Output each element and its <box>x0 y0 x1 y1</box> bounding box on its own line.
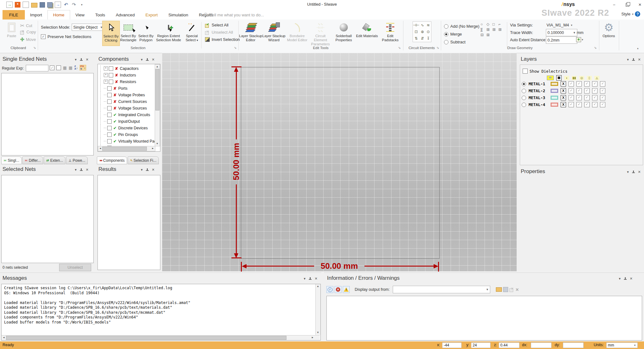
components-hscrollbar[interactable]: ◄ ► <box>98 146 155 151</box>
component-checkbox[interactable] <box>107 126 112 130</box>
pad-add-tool-icon[interactable]: ⊞ <box>486 33 492 37</box>
component-item-pin-groups[interactable]: ✔Pin Groups <box>98 131 160 138</box>
tab-simulation[interactable]: Simulation <box>163 10 193 20</box>
pin-icon[interactable] <box>146 58 149 62</box>
via-group-tool-icon[interactable]: ⊞ <box>498 27 504 32</box>
show-info-toggle[interactable]: i <box>326 286 333 293</box>
edit-padstacks-button[interactable]: Edit Padstacks <box>379 21 402 46</box>
layer-option-checkbox[interactable]: ✓ <box>600 102 605 107</box>
component-checkbox[interactable] <box>107 99 112 104</box>
import-design-icon[interactable]: → <box>6 2 13 8</box>
panel-menu-icon[interactable]: ▾ <box>627 58 629 62</box>
layer-color-swatch[interactable] <box>551 103 558 107</box>
pin-icon[interactable] <box>80 168 83 172</box>
unselect-all-button[interactable]: Unselect All <box>205 30 233 35</box>
invert-selection-button[interactable]: Invert Selection <box>205 37 240 42</box>
close-icon[interactable]: ✕ <box>152 58 155 62</box>
sparameter-icon[interactable]: ⊡ <box>414 30 418 34</box>
layer-option-checkbox[interactable]: ✓ <box>600 88 605 93</box>
undo-icon[interactable]: ↶ <box>63 2 69 8</box>
layer-option-checkbox[interactable]: ✓ <box>569 95 574 100</box>
layer-row-metal-4[interactable]: METAL-4X✓✓✓✓✓ <box>522 102 605 107</box>
polygon-tool-icon[interactable]: ◇ <box>486 22 492 26</box>
regex-input[interactable] <box>26 65 48 71</box>
component-checkbox[interactable] <box>107 132 112 137</box>
style-selector[interactable]: Style ▾ ? <box>621 11 640 17</box>
inductor-icon[interactable]: ∿ <box>421 23 424 27</box>
results-list[interactable] <box>97 175 160 270</box>
options-button[interactable]: ⚙ Options <box>600 21 618 45</box>
layer-color-swatch[interactable] <box>551 82 558 86</box>
component-checkbox[interactable] <box>107 113 112 117</box>
layer-option-checkbox[interactable]: ✓ <box>584 88 590 93</box>
messages-hscrollbar[interactable]: ◄ ► <box>2 335 320 340</box>
trace-width-input[interactable]: 0.100000▼ <box>546 29 577 36</box>
component-checkbox[interactable] <box>107 139 112 144</box>
component-checkbox[interactable] <box>107 119 112 124</box>
region-extent-selection-button[interactable]: Region Extent Selection Mode <box>155 21 182 45</box>
tell-me-box[interactable]: Tell me what you want to do... <box>204 10 264 20</box>
coord-input-dy[interactable] <box>563 342 584 348</box>
new-project-icon[interactable] <box>23 2 29 8</box>
component-item-virtually-mounted-pac[interactable]: ✔Virtually Mounted Pac <box>98 138 160 144</box>
layer-radio[interactable] <box>522 96 526 100</box>
layer-stackup-editor-button[interactable]: Layer Stackup Editor <box>239 21 262 46</box>
copy-button[interactable]: Copy <box>20 30 36 34</box>
coord-input-y[interactable]: 24 <box>471 342 491 348</box>
panel-menu-icon[interactable]: ▾ <box>304 277 306 281</box>
scroll-up-icon[interactable]: ▲ <box>317 285 319 288</box>
scroll-up-icon[interactable]: ▲ <box>156 65 158 68</box>
capacitor-icon[interactable]: ⊣⊢ <box>413 23 419 27</box>
messages-log[interactable]: Creating SIwave session log C:\Users\x_f… <box>1 284 321 341</box>
coord-input-z[interactable]: 0.44 <box>499 342 519 348</box>
collapse-ribbon-icon[interactable]: ▴ <box>637 47 639 50</box>
nets-tab-1[interactable]: ∺Singl... <box>1 156 22 164</box>
draw-geometry-dialog-launcher[interactable]: ⇘ <box>594 46 597 49</box>
show-dielectrics-checkbox[interactable]: Show Dielectrics <box>523 69 567 74</box>
draw-mode-subtract-radio[interactable]: Subtract <box>444 38 479 46</box>
current-sink-icon[interactable]: ↧ <box>427 36 430 41</box>
layer-option-checkbox[interactable]: ✓ <box>592 81 597 87</box>
edit-materials-button[interactable]: Edit Materials <box>355 21 379 46</box>
copy-log-icon[interactable] <box>509 287 514 292</box>
close-button[interactable]: ✕ <box>635 1 644 8</box>
layer-visible-toggle[interactable]: X <box>561 81 566 87</box>
expand-icon[interactable]: + <box>104 80 108 84</box>
clipboard-dialog-launcher[interactable]: ⇘ <box>33 46 36 49</box>
scroll-down-icon[interactable]: ▼ <box>156 143 158 145</box>
component-item-discrete-devices[interactable]: ✔Discrete Devices <box>98 125 160 131</box>
keyboard-icon[interactable]: ▦ <box>63 65 67 70</box>
open-project-icon[interactable] <box>31 3 37 8</box>
component-checkbox[interactable] <box>109 80 113 84</box>
select-by-rectangle-button[interactable]: Select By Rectangle <box>120 21 137 45</box>
tab-import[interactable]: Import <box>25 10 47 20</box>
panel-menu-icon[interactable]: ▾ <box>75 58 77 62</box>
preserve-net-selections-checkbox[interactable]: ✓ Preserve Net Selections <box>41 34 91 39</box>
components-tab-2[interactable]: ↖Selection Fi... <box>128 156 159 164</box>
probe-icon[interactable]: ⊙ <box>427 30 430 34</box>
select-by-clicking-button[interactable]: Select By Clicking <box>102 21 120 46</box>
unselect-button[interactable]: Unselect <box>59 264 91 271</box>
layer-radio[interactable] <box>522 82 526 86</box>
redo-icon[interactable]: ↷ <box>71 2 77 8</box>
help-icon[interactable]: ? <box>635 11 640 17</box>
close-icon[interactable]: ✕ <box>86 168 89 172</box>
save-log-icon[interactable] <box>503 287 508 292</box>
single-ended-nets-list[interactable] <box>1 73 94 155</box>
via-tool-icon[interactable]: ⊞ <box>486 27 492 32</box>
select-all-button[interactable]: Select All <box>205 23 228 27</box>
sort-az-icon[interactable]: ZA↓ <box>75 65 78 70</box>
polyline-tool-icon[interactable]: ⌐ <box>498 22 504 26</box>
pin-voltage-icon[interactable]: ⇅ <box>414 36 418 41</box>
auto-extent-input[interactable]: 0.2mm <box>546 37 577 44</box>
component-item-voltage-probes[interactable]: ✘Voltage Probes <box>98 92 160 98</box>
layer-stackup-wizard-button[interactable]: Layer Stackup Wizard <box>262 21 286 46</box>
via-settings-dropdown[interactable]: VIA_M1_M4▾ <box>547 23 572 27</box>
pin-icon[interactable] <box>624 277 627 281</box>
component-checkbox[interactable] <box>107 106 112 110</box>
layer-option-checkbox[interactable]: ✓ <box>569 81 574 87</box>
edit-tools-dialog-launcher[interactable]: ⇘ <box>398 46 401 49</box>
bondwire-model-editor-button[interactable]: Bondwire Model Editor <box>286 21 309 46</box>
open-log-folder-icon[interactable] <box>496 287 502 292</box>
nets-tab-3[interactable]: ⇄Exten... <box>44 156 65 164</box>
